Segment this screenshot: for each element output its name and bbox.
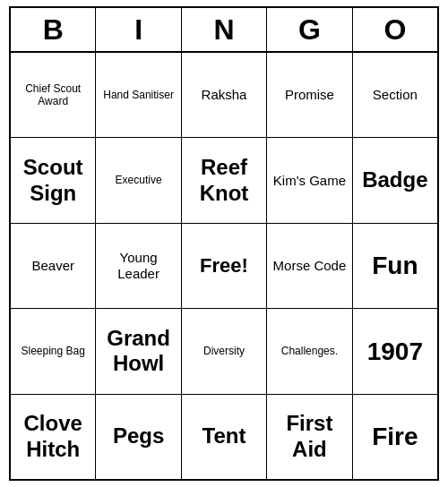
bingo-row: Clove HitchPegsTentFirst AidFire — [11, 395, 437, 479]
bingo-card: BINGO Chief Scout AwardHand SanitiserRak… — [9, 6, 439, 481]
bingo-cell: Fun — [353, 224, 437, 308]
bingo-cell: Challenges. — [267, 309, 352, 393]
bingo-cell: Diversity — [182, 309, 267, 393]
bingo-row: Sleeping BagGrand HowlDiversityChallenge… — [11, 309, 437, 394]
bingo-cell: Section — [353, 53, 437, 137]
header-letter: O — [353, 8, 437, 51]
header-letter: N — [182, 8, 267, 51]
bingo-cell: Fire — [353, 395, 437, 479]
header-letter: B — [11, 8, 96, 51]
bingo-cell: Raksha — [182, 53, 267, 137]
bingo-cell: Executive — [96, 138, 181, 222]
bingo-cell: 1907 — [353, 309, 437, 393]
header-letter: G — [267, 8, 352, 51]
bingo-cell: Sleeping Bag — [11, 309, 96, 393]
bingo-cell: Young Leader — [96, 224, 181, 308]
bingo-cell: First Aid — [267, 395, 352, 479]
bingo-cell: Badge — [353, 138, 437, 222]
bingo-cell: Pegs — [96, 395, 181, 479]
bingo-cell: Clove Hitch — [11, 395, 96, 479]
bingo-cell: Beaver — [11, 224, 96, 308]
bingo-cell: Morse Code — [267, 224, 352, 308]
bingo-row: BeaverYoung LeaderFree!Morse CodeFun — [11, 224, 437, 309]
bingo-cell: Reef Knot — [182, 138, 267, 222]
bingo-cell: Kim's Game — [267, 138, 352, 222]
bingo-grid: Chief Scout AwardHand SanitiserRakshaPro… — [11, 53, 437, 479]
bingo-cell: Scout Sign — [11, 138, 96, 222]
bingo-cell: Free! — [182, 224, 267, 308]
bingo-header: BINGO — [11, 8, 437, 53]
bingo-row: Chief Scout AwardHand SanitiserRakshaPro… — [11, 53, 437, 138]
bingo-cell: Hand Sanitiser — [96, 53, 181, 137]
bingo-cell: Tent — [182, 395, 267, 479]
bingo-cell: Grand Howl — [96, 309, 181, 393]
bingo-cell: Promise — [267, 53, 352, 137]
bingo-cell: Chief Scout Award — [11, 53, 96, 137]
header-letter: I — [96, 8, 181, 51]
bingo-row: Scout SignExecutiveReef KnotKim's GameBa… — [11, 138, 437, 223]
